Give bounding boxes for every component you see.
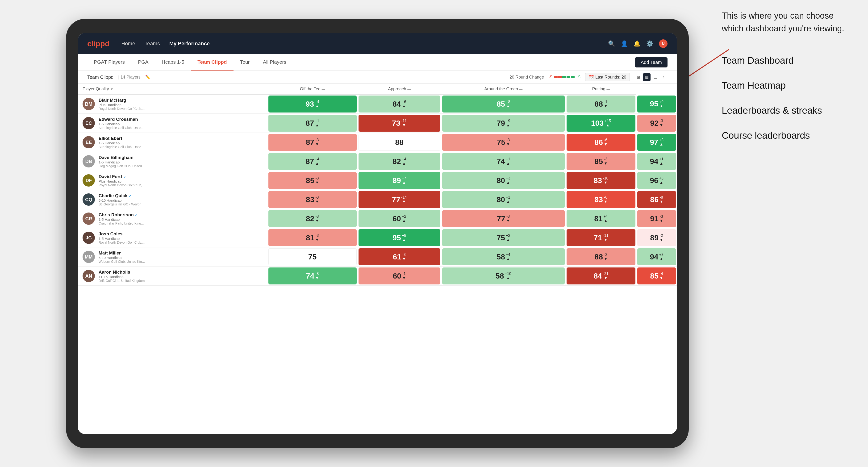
metric-change: +7▲ <box>402 176 406 184</box>
player-club: St. George's Hill GC - Weybridge - Surre… <box>99 203 146 206</box>
edit-icon[interactable]: ✏️ <box>145 74 151 80</box>
metric-box: 84 -21▼ <box>566 268 636 284</box>
tab-pgat-players[interactable]: PGAT Players <box>87 54 131 70</box>
metric-putting: 92 -3▼ <box>637 114 677 133</box>
team-header: Team Clippd | 14 Players ✏️ 20 Round Cha… <box>78 71 677 84</box>
table-row[interactable]: AN Aaron Nicholls 11-15 Handicap Drift G… <box>78 267 677 286</box>
metric-value: 83 <box>306 195 314 204</box>
metric-around-green: 81 +4▲ <box>566 209 637 228</box>
metric-putting: 94 +3▲ <box>637 247 677 267</box>
tab-all-players[interactable]: All Players <box>256 54 293 70</box>
table-row[interactable]: CQ Charlie Quick ✓ 6-10 Handicap St. Geo… <box>78 190 677 209</box>
metric-change: +1▲ <box>315 119 319 127</box>
view-sort-icon[interactable]: ↕ <box>660 73 668 81</box>
metric-box: 86 -6▼ <box>566 134 636 151</box>
table-row[interactable]: CR Chris Robertson ✓ 1-5 Handicap Craigm… <box>78 209 677 228</box>
metric-box: 85 +8▲ <box>442 96 565 113</box>
metric-value: 77 <box>392 195 401 204</box>
table-row[interactable]: DF David Ford ✓ Plus Handicap Royal Nort… <box>78 171 677 190</box>
metric-box: 79 +9▲ <box>442 115 565 132</box>
player-handicap: 1-5 Handicap <box>99 122 146 126</box>
table-row[interactable]: JC Josh Coles 1-5 Handicap Royal North D… <box>78 228 677 247</box>
metric-value: 93 <box>306 100 314 108</box>
annotation-item-3: Leaderboards & streaks <box>722 104 854 117</box>
tab-team-clippd[interactable]: Team Clippd <box>191 54 233 70</box>
table-row[interactable]: BM Blair McHarg Plus Handicap Royal Nort… <box>78 95 677 114</box>
metric-change: -1▼ <box>402 272 406 280</box>
metric-value: 85 <box>650 272 658 280</box>
table-row[interactable]: EE Elliot Ebert 1-5 Handicap Sunningdale… <box>78 133 677 152</box>
metric-box: 83 -10▼ <box>566 172 636 189</box>
view-grid-icon[interactable]: ⊞ <box>634 73 642 81</box>
metric-box: 81 -3▼ <box>269 229 356 246</box>
last-rounds-button[interactable]: 📅 Last Rounds: 20 <box>585 73 630 81</box>
metric-change: -3▼ <box>315 214 319 223</box>
bell-icon[interactable]: 🔔 <box>633 40 641 47</box>
settings-icon[interactable]: ⚙️ <box>646 40 653 47</box>
metric-player-quality: 75 <box>268 247 358 267</box>
nav-link-home[interactable]: Home <box>121 40 135 47</box>
metric-value: 82 <box>393 157 401 166</box>
nav-links: Home Teams My Performance <box>121 40 608 47</box>
profile-icon[interactable]: 👤 <box>621 40 628 47</box>
metric-box: 82 +4▲ <box>359 153 440 170</box>
player-avatar: EC <box>83 117 95 129</box>
metric-around-green: 71 -11▼ <box>566 228 637 247</box>
player-handicap: 6-10 Handicap <box>99 198 146 203</box>
player-cell: EE Elliot Ebert 1-5 Handicap Sunningdale… <box>78 133 268 152</box>
metric-value: 97 <box>650 138 658 147</box>
player-avatar: JC <box>83 231 95 244</box>
metric-approach: 85 +8▲ <box>441 95 566 114</box>
metric-change: -10▼ <box>603 176 608 184</box>
sub-nav-tabs: PGAT Players PGA Hcaps 1-5 Team Clippd T… <box>87 54 293 70</box>
metric-value: 61 <box>393 253 401 261</box>
metric-value: 88 <box>395 138 404 147</box>
bar-red-2 <box>558 76 562 78</box>
metric-value: 89 <box>650 234 658 242</box>
table-row[interactable]: DB Dave Billingham 1-5 Handicap Gog Mago… <box>78 152 677 171</box>
change-indicator: -5 +5 <box>549 75 581 80</box>
tablet-screen: clippd Home Teams My Performance 🔍 👤 🔔 ⚙… <box>78 33 677 434</box>
nav-link-teams[interactable]: Teams <box>145 40 160 47</box>
user-avatar[interactable]: U <box>659 39 668 48</box>
tab-hcaps[interactable]: Hcaps 1-5 <box>155 54 191 70</box>
player-name: David Ford ✓ <box>99 174 146 179</box>
view-heatmap-icon[interactable]: ▦ <box>643 73 651 81</box>
metric-change: -3▼ <box>506 214 510 223</box>
player-name: Elliot Ebert <box>99 136 146 141</box>
metric-box: 82 -3▼ <box>269 210 356 227</box>
player-club: Royal North Devon Golf Club, United King… <box>99 183 146 187</box>
metric-approach: 58 +10▲ <box>441 267 566 286</box>
metric-value: 79 <box>497 119 505 128</box>
metric-box: 103 +15▲ <box>566 115 636 132</box>
search-icon[interactable]: 🔍 <box>608 40 615 47</box>
player-handicap: 6-10 Handicap <box>99 256 146 260</box>
metric-approach: 58 +4▲ <box>441 247 566 267</box>
view-icons: ⊞ ▦ ☰ ↕ <box>634 73 668 81</box>
metric-player-quality: 87 -3▼ <box>268 133 358 152</box>
table-row[interactable]: EC Edward Crossman 1-5 Handicap Sunningd… <box>78 114 677 133</box>
metric-value: 85 <box>497 100 505 108</box>
metric-value: 85 <box>594 157 603 166</box>
player-name: Charlie Quick ✓ <box>99 193 146 198</box>
nav-link-myperformance[interactable]: My Performance <box>169 40 210 47</box>
metric-change: +8▲ <box>402 234 406 242</box>
add-team-button[interactable]: Add Team <box>635 57 668 67</box>
metric-value: 87 <box>306 138 314 147</box>
metric-value: 74 <box>306 272 314 280</box>
metric-value: 80 <box>497 195 505 204</box>
table-row[interactable]: MM Matt Miller 6-10 Handicap Woburn Golf… <box>78 247 677 267</box>
player-club: Royal North Devon Golf Club, United King… <box>99 107 146 111</box>
bar-green-2 <box>566 76 570 78</box>
metric-player-quality: 87 +1▲ <box>268 114 358 133</box>
metric-box: 97 +5▲ <box>637 134 676 151</box>
metric-box: 74 -8▼ <box>269 268 356 284</box>
player-cell: MM Matt Miller 6-10 Handicap Woburn Golf… <box>78 247 268 267</box>
tab-pga[interactable]: PGA <box>131 54 155 70</box>
metric-off-tee: 60 +2▲ <box>358 209 441 228</box>
view-list-icon[interactable]: ☰ <box>651 73 659 81</box>
tab-tour[interactable]: Tour <box>234 54 256 70</box>
dashboard-table: Player Quality ▼ Off the Tee — Approach … <box>78 84 677 286</box>
player-cell: DF David Ford ✓ Plus Handicap Royal Nort… <box>78 171 268 190</box>
metric-around-green: 83 -10▼ <box>566 171 637 190</box>
